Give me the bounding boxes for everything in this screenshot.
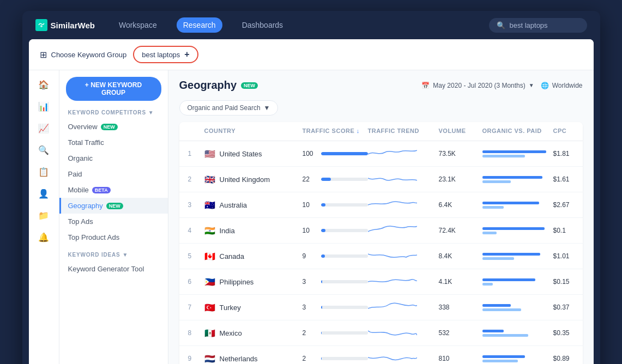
volume-val: 532 [439, 329, 482, 337]
col-country: Country [204, 128, 303, 135]
col-num [188, 128, 204, 135]
sidebar-icon-user[interactable]: 👤 [34, 184, 53, 203]
org-paid-cell [482, 304, 553, 311]
badge-new-overview: NEW [101, 124, 118, 130]
traffic-score-val: 10 [303, 227, 318, 234]
nav-item-top-product-ads[interactable]: Top Product Ads [59, 229, 168, 245]
section-keyword-competitors: KEYWORD COMPETITORS ▼ [59, 110, 168, 116]
country-name: Mexico [220, 329, 242, 337]
nav-item-paid[interactable]: Paid [59, 166, 168, 182]
left-sidebar: 🏠 📊 📈 🔍 📋 👤 📁 🔔 [29, 70, 59, 364]
traffic-bar-track [321, 306, 368, 309]
nav-item-geography-label: Geography [68, 202, 103, 210]
logo: SimilarWeb [35, 19, 95, 31]
sidebar-icon-chart[interactable]: 📊 [34, 96, 53, 116]
flag-icon: 🇦🇺 [204, 200, 215, 210]
nav-item-geography[interactable]: Geography NEW [59, 198, 168, 214]
date-label: May 2020 - Jul 2020 (3 Months) [433, 82, 525, 89]
nav-dashboards[interactable]: Dashboards [235, 17, 290, 33]
org-paid-cell [482, 330, 553, 337]
volume-val: 4.1K [439, 278, 482, 286]
sidebar-icon-metrics[interactable]: 📈 [34, 118, 53, 138]
country-name: Netherlands [220, 355, 258, 363]
traffic-score-val: 2 [303, 355, 318, 362]
table-row: 9 🇳🇱 Netherlands 2 810 $0.89 v vergelijk… [179, 346, 583, 364]
trend-cell [368, 300, 439, 315]
organic-bar [482, 304, 511, 307]
country-cell: 🇳🇱 Netherlands [204, 354, 303, 364]
col-organic-paid: Organic vs. Paid [482, 128, 553, 135]
new-keyword-group-button[interactable]: + NEW KEYWORD GROUP [66, 77, 161, 101]
col-traffic-score[interactable]: Traffic Score ↓ [303, 128, 368, 135]
nav-item-mobile[interactable]: Mobile BETA [59, 182, 168, 198]
paid-bar [482, 257, 515, 260]
cpc-val: $0.15 [553, 278, 583, 286]
data-table: Country Traffic Score ↓ Traffic Trend Vo… [179, 122, 583, 364]
main-content: Geography NEW 📅 May 2020 - Jul 2020 (3 M… [168, 70, 594, 364]
section-keyword-ideas: KEYWORD IDEAS ▼ [59, 252, 168, 258]
nav-item-total-traffic[interactable]: Total Traffic [59, 135, 168, 150]
top-nav: SimilarWeb Workspace Research Dashboards… [22, 11, 600, 39]
sidebar-icon-home[interactable]: 🏠 [34, 75, 53, 94]
volume-val: 6.4K [439, 201, 482, 209]
flag-icon: 🇬🇧 [204, 174, 215, 185]
col-traffic-trend: Traffic Trend [368, 128, 439, 135]
row-num: 5 [188, 252, 204, 260]
table-row: 2 🇬🇧 United Kingdom 22 23.1K $1.61 T tec… [179, 167, 583, 192]
organic-bar [482, 227, 545, 230]
keyword-tab-plus[interactable]: + [184, 50, 189, 59]
nav-item-top-ads[interactable]: Top Ads [59, 214, 168, 229]
filter-organic-paid[interactable]: Organic and Paid Search ▼ [179, 100, 279, 116]
nav-workspace[interactable]: Workspace [112, 17, 164, 33]
traffic-bar-fill [321, 229, 326, 232]
svg-point-0 [40, 25, 43, 27]
paid-bar [482, 155, 525, 157]
logo-icon [35, 19, 47, 31]
sidebar-icon-list[interactable]: 📋 [34, 162, 53, 181]
nav-item-organic-label: Organic [68, 154, 93, 162]
top-search[interactable]: 🔍 best laptops [489, 18, 587, 33]
country-name: Australia [220, 201, 247, 209]
nav-panel: + NEW KEYWORD GROUP KEYWORD COMPETITORS … [59, 70, 168, 364]
trend-cell [368, 274, 439, 289]
flag-icon: 🇲🇽 [204, 328, 215, 338]
traffic-score-val: 3 [303, 278, 318, 286]
row-num: 3 [188, 201, 204, 209]
paid-bar [482, 334, 529, 337]
org-paid-cell [482, 227, 553, 234]
nav-item-mobile-label: Mobile [68, 186, 89, 194]
traffic-bar-track [321, 229, 368, 232]
country-cell: 🇬🇧 United Kingdom [204, 174, 303, 185]
traffic-score-val: 9 [303, 252, 318, 260]
traffic-bar-track [321, 280, 368, 283]
keyword-tab[interactable]: best laptops + [133, 46, 198, 63]
date-picker[interactable]: 📅 May 2020 - Jul 2020 (3 Months) ▼ [421, 82, 534, 89]
traffic-score-cell: 3 [303, 278, 368, 286]
top-nav-links: Workspace Research Dashboards [112, 17, 472, 33]
nav-item-total-traffic-label: Total Traffic [68, 138, 104, 147]
page-title-row: Geography NEW [179, 79, 258, 92]
choose-keyword-btn[interactable]: ⊞ Choose Keyword Group [40, 50, 127, 60]
trend-cell [368, 223, 439, 238]
nav-item-top-product-ads-label: Top Product Ads [68, 233, 120, 241]
traffic-bar-fill [321, 152, 368, 155]
organic-bar [482, 176, 543, 179]
paid-bar [482, 308, 522, 311]
sidebar-icon-search[interactable]: 🔍 [34, 140, 53, 160]
paid-bar [482, 206, 504, 209]
region-picker[interactable]: 🌐 Worldwide [541, 82, 583, 89]
nav-item-keyword-generator[interactable]: Keyword Generator Tool [59, 261, 168, 277]
volume-val: 338 [439, 304, 482, 311]
country-name: India [220, 227, 235, 235]
traffic-bar-fill [321, 254, 325, 258]
sidebar-icon-folder[interactable]: 📁 [34, 205, 53, 225]
sidebar-icon-bell[interactable]: 🔔 [34, 227, 53, 247]
nav-research[interactable]: Research [177, 17, 222, 33]
volume-val: 810 [439, 355, 482, 362]
nav-item-keyword-generator-label: Keyword Generator Tool [68, 265, 144, 273]
page-actions: 📅 May 2020 - Jul 2020 (3 Months) ▼ 🌐 Wor… [421, 82, 582, 89]
org-paid-cell [482, 278, 553, 286]
nav-item-organic[interactable]: Organic [59, 150, 168, 166]
traffic-bar-track [321, 331, 368, 335]
nav-item-overview[interactable]: Overview NEW [59, 119, 168, 135]
